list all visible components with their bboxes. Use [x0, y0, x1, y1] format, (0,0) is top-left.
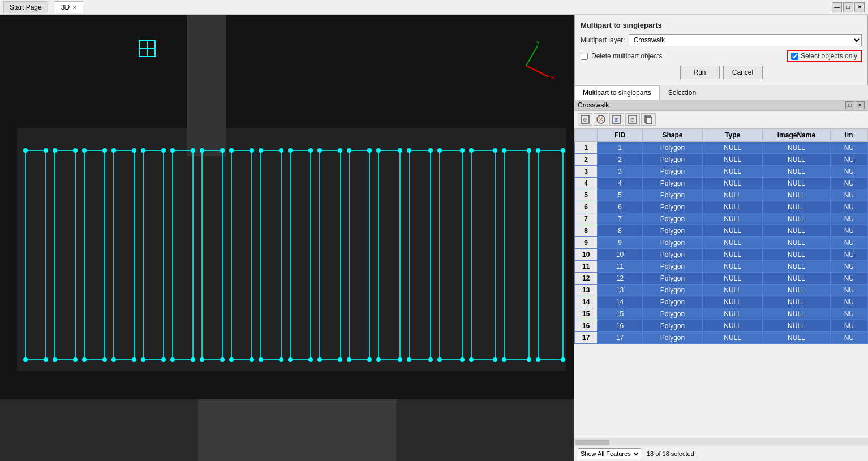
tab-start-page[interactable]: Start Page	[3, 1, 48, 13]
attribute-table-container: Crosswalk □ ✕ ⊕ ✕	[574, 100, 868, 461]
cell-fid: 13	[598, 285, 643, 296]
selection-info: 18 of 18 selected	[647, 450, 694, 457]
svg-point-33	[191, 148, 195, 153]
cell-im: NU	[830, 285, 867, 296]
table-row[interactable]: 16 16 Polygon NULL NULL NU	[575, 320, 868, 332]
table-row[interactable]: 8 8 Polygon NULL NULL NU	[575, 225, 868, 237]
cell-shape: Polygon	[642, 213, 702, 225]
svg-point-17	[82, 148, 87, 153]
svg-point-9	[23, 357, 28, 362]
svg-text:⊞: ⊞	[615, 117, 619, 123]
delete-checkbox-row: Delete multipart objects	[581, 52, 662, 60]
cell-shape: Polygon	[642, 178, 702, 189]
filter-select[interactable]: Show All Features	[578, 448, 641, 459]
cell-im: NU	[830, 201, 867, 213]
col-header-im[interactable]: Im	[830, 129, 867, 142]
dialog-buttons: Run Cancel	[581, 66, 862, 79]
cell-imagename: NULL	[763, 201, 830, 213]
svg-point-90	[527, 357, 531, 362]
close-button[interactable]: ✕	[854, 2, 865, 12]
cell-shape: Polygon	[642, 189, 702, 201]
cell-shape: Polygon	[642, 296, 702, 308]
cell-imagename: NULL	[763, 178, 830, 189]
close-attr-button[interactable]: ✕	[856, 101, 865, 109]
cell-imagename: NULL	[763, 308, 830, 320]
svg-point-23	[132, 148, 136, 153]
table-row[interactable]: 7 7 Polygon NULL NULL NU	[575, 213, 868, 225]
svg-point-78	[460, 148, 465, 153]
table-row[interactable]: 12 12 Polygon NULL NULL NU	[575, 273, 868, 285]
table-row[interactable]: 4 4 Polygon NULL NULL NU	[575, 178, 868, 189]
select-objects-label: Select objects only	[801, 52, 857, 60]
invert-selection-icon[interactable]: ⊟	[625, 113, 640, 126]
table-row[interactable]: 14 14 Polygon NULL NULL NU	[575, 296, 868, 308]
cell-type: NULL	[703, 189, 763, 201]
cell-shape: Polygon	[642, 273, 702, 285]
cancel-button[interactable]: Cancel	[723, 66, 763, 79]
table-header-row: FID Shape Type ImageName Im	[575, 129, 868, 142]
table-row[interactable]: 15 15 Polygon NULL NULL NU	[575, 308, 868, 320]
table-row[interactable]: 5 5 Polygon NULL NULL NU	[575, 189, 868, 201]
run-button[interactable]: Run	[680, 66, 720, 79]
select-objects-checkbox[interactable]	[791, 53, 798, 60]
maximize-button[interactable]: □	[843, 2, 853, 12]
svg-point-30	[161, 357, 166, 362]
minimize-button[interactable]: —	[832, 2, 842, 12]
table-row[interactable]: 11 11 Polygon NULL NULL NU	[575, 261, 868, 273]
attr-toolbar: ⊕ ✕ ⊞	[574, 111, 868, 128]
add-selected-icon[interactable]: ⊕	[578, 113, 592, 126]
table-row[interactable]: 17 17 Polygon NULL NULL NU	[575, 332, 868, 344]
select-all-icon[interactable]: ⊞	[609, 113, 624, 126]
window-controls: — □ ✕	[832, 2, 865, 12]
deselect-icon[interactable]: ✕	[594, 113, 608, 126]
delete-checkbox[interactable]	[581, 53, 588, 60]
attribute-table-wrapper[interactable]: FID Shape Type ImageName Im 1 1 Polygon …	[574, 128, 868, 438]
tab-multipart[interactable]: Multipart to singleparts	[574, 85, 660, 100]
table-row[interactable]: 9 9 Polygon NULL NULL NU	[575, 237, 868, 249]
table-row[interactable]: 10 10 Polygon NULL NULL NU	[575, 249, 868, 261]
svg-point-15	[73, 357, 78, 362]
svg-point-12	[53, 148, 57, 153]
restore-button[interactable]: □	[845, 101, 854, 109]
svg-point-40	[220, 357, 225, 362]
cell-imagename: NULL	[763, 225, 830, 237]
svg-point-79	[437, 357, 442, 362]
cell-shape: Polygon	[642, 237, 702, 249]
cell-shape: Polygon	[642, 166, 702, 178]
table-row[interactable]: 3 3 Polygon NULL NULL NU	[575, 166, 868, 178]
copy-icon[interactable]	[641, 113, 656, 126]
col-header-shape[interactable]: Shape	[642, 129, 702, 142]
close-icon[interactable]: ✕	[72, 5, 77, 11]
attr-table-win-btns: □ ✕	[845, 101, 865, 109]
svg-point-77	[437, 148, 442, 153]
svg-point-62	[347, 148, 351, 153]
layer-select[interactable]: Crosswalk	[629, 34, 862, 46]
table-row[interactable]: 1 1 Polygon NULL NULL NU	[575, 142, 868, 154]
col-header-type[interactable]: Type	[703, 129, 763, 142]
svg-point-55	[308, 357, 313, 362]
col-header-fid[interactable]: FID	[598, 129, 643, 142]
svg-point-65	[367, 357, 372, 362]
svg-point-35	[191, 357, 195, 362]
3d-viewport[interactable]: x y	[0, 15, 574, 461]
table-row[interactable]: 2 2 Polygon NULL NULL NU	[575, 154, 868, 166]
svg-point-85	[493, 357, 497, 362]
horizontal-scrollbar[interactable]	[574, 438, 868, 446]
cell-type: NULL	[703, 261, 763, 273]
cell-shape: Polygon	[642, 285, 702, 296]
cell-shape: Polygon	[642, 201, 702, 213]
col-header-imagename[interactable]: ImageName	[763, 129, 830, 142]
cell-im: NU	[830, 261, 867, 273]
svg-rect-2	[17, 128, 566, 371]
cell-type: NULL	[703, 225, 763, 237]
dialog-title: Multipart to singleparts	[581, 21, 862, 29]
cell-row-num: 1	[575, 142, 598, 154]
table-row[interactable]: 6 6 Polygon NULL NULL NU	[575, 201, 868, 213]
cell-fid: 10	[598, 249, 643, 261]
svg-text:x: x	[551, 74, 555, 80]
table-row[interactable]: 13 13 Polygon NULL NULL NU	[575, 285, 868, 296]
table-body: 1 1 Polygon NULL NULL NU 2 2 Polygon NUL…	[575, 142, 868, 344]
tab-selection[interactable]: Selection	[660, 85, 704, 100]
tab-3d[interactable]: 3D ✕	[55, 1, 83, 13]
cell-row-num: 9	[575, 237, 598, 249]
